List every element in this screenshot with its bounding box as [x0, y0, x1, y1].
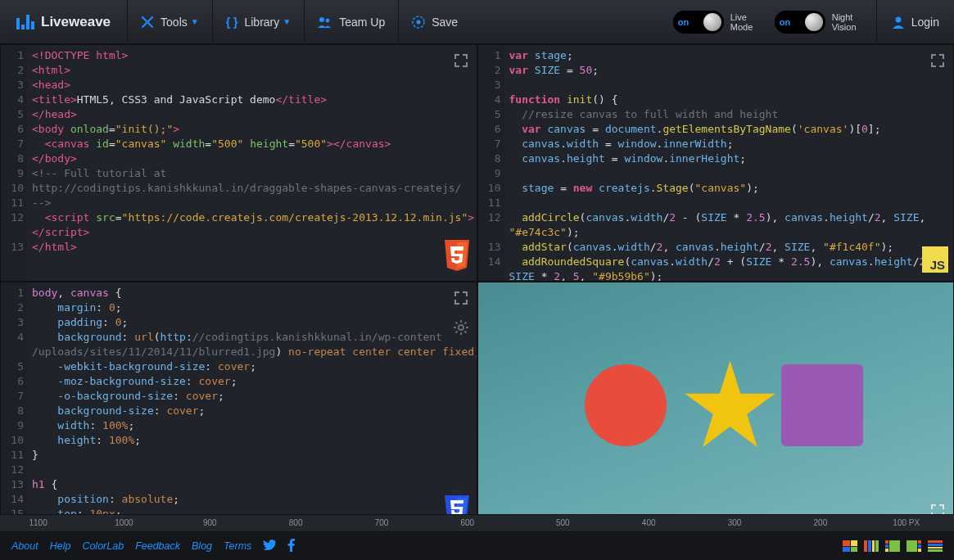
svg-line-14 — [455, 323, 457, 324]
footer-help[interactable]: Help — [50, 540, 71, 552]
facebook-icon[interactable] — [287, 539, 295, 554]
menu-library[interactable]: { } Library▼ — [212, 0, 305, 44]
footer-about[interactable]: About — [11, 540, 38, 552]
ruler-right: 500400300200100 PX — [477, 515, 955, 531]
footer-terms[interactable]: Terms — [224, 540, 251, 552]
svg-point-9 — [459, 325, 463, 330]
login-label: Login — [911, 16, 939, 29]
tools-icon — [141, 16, 154, 29]
logo-text: Liveweave — [41, 14, 111, 30]
svg-rect-2 — [26, 15, 29, 29]
svg-rect-1 — [21, 25, 25, 29]
css-pane[interactable]: 1body, canvas {2 margin: 0;3 padding: 0;… — [0, 282, 477, 531]
svg-rect-0 — [16, 18, 20, 29]
svg-line-17 — [464, 323, 466, 324]
svg-text:JS: JS — [930, 258, 945, 272]
html-pane[interactable]: 1<!DOCTYPE html>2<html>3<head>4<title>HT… — [0, 44, 477, 282]
svg-point-7 — [417, 20, 421, 24]
footer-blog[interactable]: Blog — [192, 540, 212, 552]
menu-teamup-label: Team Up — [339, 16, 385, 29]
svg-marker-21 — [685, 360, 775, 447]
ruler[interactable]: 11001000900800700600 500400300200100 PX — [0, 514, 954, 532]
layout-4grid-icon[interactable] — [843, 540, 857, 552]
preview-square[interactable] — [781, 364, 863, 446]
team-icon — [318, 16, 332, 28]
svg-text:CSS: CSS — [451, 490, 461, 495]
menu-save[interactable]: Save — [398, 0, 471, 44]
save-icon — [412, 16, 425, 29]
caret-icon: ▼ — [283, 17, 291, 26]
menu-teamup[interactable]: Team Up — [304, 0, 398, 44]
js-badge-icon: JS — [922, 246, 948, 276]
logo[interactable]: Liveweave — [0, 14, 127, 30]
toggle-knob — [805, 13, 823, 31]
toggle-live[interactable]: on Live Mode — [673, 11, 766, 34]
footer-colorlab[interactable]: ColorLab — [82, 540, 124, 552]
menu-save-label: Save — [432, 16, 458, 29]
layout-rows-icon[interactable] — [928, 540, 943, 552]
preview-star[interactable] — [683, 358, 777, 452]
twitter-icon[interactable] — [263, 540, 276, 553]
menu-tools-label: Tools — [161, 16, 188, 29]
menu-library-label: Library — [244, 16, 279, 29]
layout-cols-icon[interactable] — [864, 540, 879, 552]
svg-point-4 — [319, 17, 324, 22]
top-bar: Liveweave Tools▼ { } Library▼ Team Up Sa… — [0, 0, 954, 44]
logo-icon — [16, 15, 34, 29]
main-menu: Tools▼ { } Library▼ Team Up Save — [127, 0, 471, 44]
workspace: 1<!DOCTYPE html>2<html>3<head>4<title>HT… — [0, 44, 954, 531]
layout-right-icon[interactable] — [907, 540, 921, 552]
caret-icon: ▼ — [191, 17, 199, 26]
svg-line-16 — [455, 331, 457, 332]
gear-icon[interactable] — [454, 320, 468, 338]
toggle-night[interactable]: on Night Vision — [775, 11, 868, 34]
expand-icon[interactable] — [454, 291, 468, 309]
svg-rect-3 — [31, 21, 34, 29]
expand-icon[interactable] — [454, 53, 468, 71]
ruler-left: 11001000900800700600 — [0, 515, 477, 531]
footer-feedback[interactable]: Feedback — [135, 540, 180, 552]
toggle-live-state: on — [678, 17, 689, 27]
toggle-knob — [703, 13, 721, 31]
login-button[interactable]: Login — [876, 0, 954, 44]
preview-circle[interactable] — [585, 364, 667, 446]
svg-point-5 — [326, 18, 330, 22]
layout-left-icon[interactable] — [885, 540, 900, 552]
menu-tools[interactable]: Tools▼ — [127, 0, 212, 44]
toggle-night-label: Night Vision — [832, 12, 868, 32]
svg-line-15 — [464, 331, 466, 332]
html5-badge-icon — [442, 240, 472, 276]
expand-icon[interactable] — [930, 53, 945, 71]
library-icon: { } — [226, 16, 238, 29]
toggle-live-label: Live Mode — [730, 12, 766, 32]
layout-switcher — [843, 540, 943, 552]
js-pane[interactable]: 1var stage;2var SIZE = 50;3 4function in… — [477, 44, 955, 282]
preview-pane[interactable] — [477, 282, 955, 531]
footer: About Help ColorLab Feedback Blog Terms — [0, 532, 954, 560]
toggle-night-state: on — [780, 17, 790, 27]
svg-point-8 — [895, 16, 901, 22]
user-icon — [892, 16, 905, 29]
